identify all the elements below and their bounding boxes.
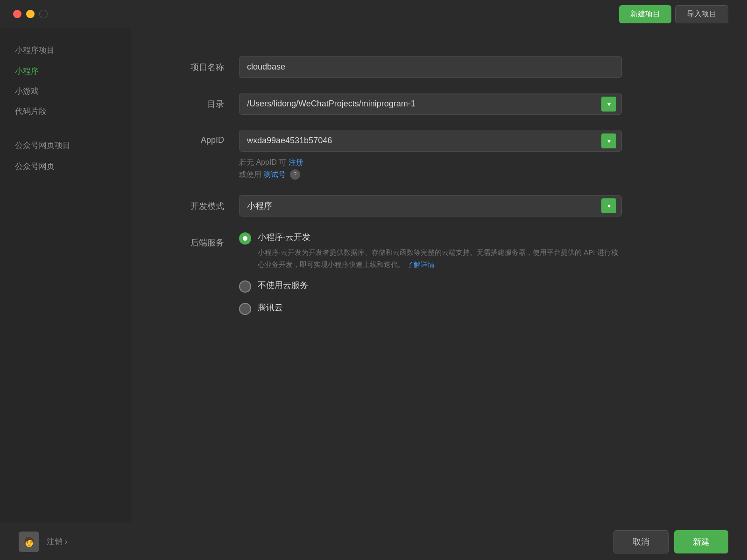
backend-label: 后端服务 — [168, 231, 224, 248]
traffic-lights — [13, 10, 48, 18]
project-name-control — [239, 56, 622, 78]
form-row-directory: 目录 ▾ — [168, 93, 710, 115]
form-row-devmode: 开发模式 小程序 ▾ — [168, 195, 710, 217]
backend-radio-tencent-button[interactable] — [239, 303, 251, 315]
appid-register-link[interactable]: 注册 — [289, 158, 303, 166]
appid-label: AppID — [168, 130, 224, 145]
sidebar-section-miniprogram: 小程序项目 — [0, 37, 131, 61]
backend-control: 小程序·云开发 小程序·云开发为开发者提供数据库、存储和云函数等完整的云端支持。… — [239, 231, 622, 315]
appid-input[interactable] — [239, 130, 622, 152]
backend-radio-group: 小程序·云开发 小程序·云开发为开发者提供数据库、存储和云函数等完整的云端支持。… — [239, 231, 622, 315]
backend-option-cloud-desc-text: 小程序·云开发为开发者提供数据库、存储和云函数等完整的云端支持。无需搭建服务器，… — [258, 248, 618, 268]
appid-hint-text1: 若无 AppID 可 — [239, 158, 286, 166]
appid-select-wrapper: ▾ — [239, 130, 622, 152]
footer: 🧑 注销 › 取消 新建 — [0, 523, 747, 560]
directory-select-wrapper: ▾ — [239, 93, 622, 115]
project-name-label: 项目名称 — [168, 56, 224, 73]
import-project-button[interactable]: 导入项目 — [675, 5, 728, 23]
avatar-icon: 🧑 — [23, 536, 35, 547]
appid-control: ▾ 若无 AppID 可 注册 或使用 测试号 ? — [239, 130, 622, 180]
content-area: 项目名称 目录 ▾ AppID — [131, 28, 747, 523]
sidebar-section-webpage: 公众号网页项目 — [0, 133, 131, 156]
sidebar-item-webpage[interactable]: 公众号网页 — [0, 156, 131, 176]
sidebar-item-minigame[interactable]: 小游戏 — [0, 81, 131, 101]
backend-option-nocloud-label: 不使用云服务 — [258, 280, 308, 291]
devmode-select[interactable]: 小程序 — [239, 195, 622, 217]
cancel-button[interactable]: 取消 — [613, 530, 669, 553]
maximize-button — [39, 10, 48, 18]
titlebar: 新建项目 导入项目 — [0, 0, 747, 28]
new-project-button[interactable]: 新建项目 — [619, 5, 671, 23]
backend-option-nocloud[interactable]: 不使用云服务 — [239, 280, 622, 293]
footer-right: 取消 新建 — [613, 530, 728, 553]
backend-option-cloud-label: 小程序·云开发 — [258, 231, 622, 243]
sidebar-item-miniprogram[interactable]: 小程序 — [0, 61, 131, 81]
form-row-appid: AppID ▾ 若无 AppID 可 注册 或使用 测试号 ? — [168, 130, 710, 180]
logout-button[interactable]: 注销 › — [47, 536, 67, 547]
appid-hint-text2: 或使用 — [239, 170, 261, 178]
directory-label: 目录 — [168, 93, 224, 110]
appid-hint: 若无 AppID 可 注册 或使用 测试号 ? — [239, 156, 622, 180]
titlebar-buttons: 新建项目 导入项目 — [619, 5, 728, 23]
minimize-button[interactable] — [26, 10, 35, 18]
project-name-input[interactable] — [239, 56, 622, 78]
backend-option-cloud[interactable]: 小程序·云开发 小程序·云开发为开发者提供数据库、存储和云函数等完整的云端支持。… — [239, 231, 622, 270]
backend-option-cloud-learn-link[interactable]: 了解详情 — [407, 260, 435, 268]
backend-option-cloud-desc: 小程序·云开发为开发者提供数据库、存储和云函数等完整的云端支持。无需搭建服务器，… — [258, 246, 622, 270]
directory-input[interactable] — [239, 93, 622, 115]
main-content: 小程序项目 小程序 小游戏 代码片段 公众号网页项目 公众号网页 项目名称 目录 — [0, 28, 747, 523]
backend-option-tencent[interactable]: 腾讯云 — [239, 302, 622, 315]
close-button[interactable] — [13, 10, 21, 18]
backend-option-cloud-content: 小程序·云开发 小程序·云开发为开发者提供数据库、存储和云函数等完整的云端支持。… — [258, 231, 622, 270]
appid-test-link[interactable]: 测试号 — [263, 170, 286, 178]
backend-option-tencent-label: 腾讯云 — [258, 302, 283, 313]
devmode-control: 小程序 ▾ — [239, 195, 622, 217]
sidebar: 小程序项目 小程序 小游戏 代码片段 公众号网页项目 公众号网页 — [0, 28, 131, 523]
backend-radio-nocloud-button[interactable] — [239, 280, 251, 293]
sidebar-item-code-snippet[interactable]: 代码片段 — [0, 101, 131, 121]
form-row-project-name: 项目名称 — [168, 56, 710, 78]
footer-left: 🧑 注销 › — [19, 532, 67, 552]
backend-radio-cloud-button[interactable] — [239, 232, 251, 245]
confirm-button[interactable]: 新建 — [674, 530, 728, 553]
directory-control: ▾ — [239, 93, 622, 115]
question-icon[interactable]: ? — [290, 169, 300, 180]
sidebar-spacer — [0, 121, 131, 133]
form-row-backend: 后端服务 小程序·云开发 小程序·云开发为开发者提供数据库、存储和云函数等完整的… — [168, 231, 710, 315]
devmode-label: 开发模式 — [168, 195, 224, 212]
avatar: 🧑 — [19, 532, 39, 552]
app-window: 新建项目 导入项目 小程序项目 小程序 小游戏 代码片段 公众号网页项目 公众号… — [0, 0, 747, 560]
devmode-select-wrapper: 小程序 ▾ — [239, 195, 622, 217]
